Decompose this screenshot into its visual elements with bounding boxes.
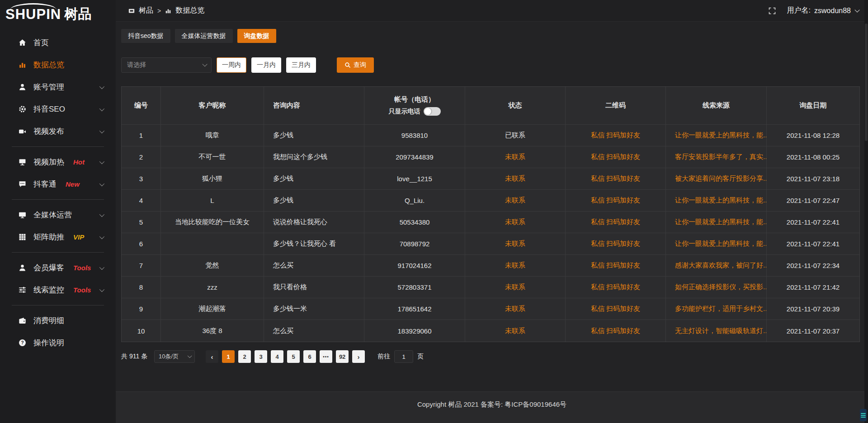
range-three-month-button[interactable]: 三月内 bbox=[286, 57, 316, 73]
chevron-down-icon bbox=[188, 353, 192, 358]
qr-links[interactable]: 私信 扫码加好友 bbox=[566, 168, 666, 190]
sidebar-item-account-manage[interactable]: 账号管理 bbox=[0, 76, 116, 98]
page-button-1[interactable]: 1 bbox=[222, 350, 235, 363]
breadcrumb-current: 数据总览 bbox=[175, 6, 204, 15]
goto-label: 前往 bbox=[377, 352, 390, 361]
phone-only-toggle[interactable] bbox=[424, 107, 441, 116]
source-link[interactable]: 客厅安装投影半年多了，真实... bbox=[666, 146, 767, 168]
page-button-4[interactable]: 4 bbox=[271, 350, 283, 363]
goto-page-input[interactable] bbox=[394, 350, 413, 363]
page-button-5[interactable]: 5 bbox=[287, 350, 300, 363]
table-row: 4 L 多少钱 Q_Liu. 未联系 私信 扫码加好友 让你一眼就爱上的黑科技，… bbox=[122, 190, 859, 212]
page-button-2[interactable]: 2 bbox=[238, 350, 251, 363]
table-row: 9 潮起潮落 多少钱一米 178651642 未联系 私信 扫码加好友 多功能护… bbox=[122, 298, 859, 320]
pagination: 共 911 条 10条/页 ‹ 1 2 3 4 5 6 ••• 92 › 前往 … bbox=[121, 350, 860, 363]
qr-links[interactable]: 私信 扫码加好友 bbox=[566, 212, 666, 233]
source-link[interactable]: 无主灯设计，智能磁吸轨道灯... bbox=[666, 320, 767, 342]
source-link[interactable]: 让你一眼就爱上的黑科技，能... bbox=[666, 190, 767, 212]
page-ellipsis-button[interactable]: ••• bbox=[320, 350, 332, 363]
scrollbar[interactable] bbox=[864, 0, 868, 423]
footer: Copyright 树品 2021 备案号: 粤ICP备09019646号 bbox=[116, 391, 868, 423]
prev-page-button[interactable]: ‹ bbox=[206, 350, 218, 363]
sidebar-item-douketong[interactable]: 抖客通 New bbox=[0, 173, 116, 195]
chevron-down-icon bbox=[99, 264, 104, 269]
status-cell: 未联系 bbox=[465, 277, 566, 298]
sidebar-item-member-burst[interactable]: 会员爆客 Tools bbox=[0, 257, 116, 279]
qr-links[interactable]: 私信 扫码加好友 bbox=[566, 146, 666, 168]
page-size-select[interactable]: 10条/页 bbox=[154, 350, 195, 363]
source-link[interactable]: 让你一眼就爱上的黑科技，能... bbox=[666, 233, 767, 255]
sidebar-item-video-publish[interactable]: 视频发布 bbox=[0, 120, 116, 142]
cell-account: Q_Liu. bbox=[364, 190, 465, 212]
scrollbar-thumb[interactable] bbox=[865, 24, 868, 141]
user-menu[interactable]: 用户名: zswodun88 bbox=[787, 6, 858, 15]
search-button[interactable]: 查询 bbox=[337, 57, 374, 73]
sidebar-item-matrix-boost[interactable]: 矩阵助推 VIP bbox=[0, 226, 116, 248]
tab-omnimedia-data[interactable]: 全媒体运营数据 bbox=[175, 29, 233, 43]
top-header: 树品 > 数据总览 用户名: zswodun88 bbox=[116, 0, 868, 22]
data-tabs: 抖音seo数据 全媒体运营数据 询盘数据 bbox=[121, 29, 860, 43]
cell-content: 多少钱 bbox=[264, 125, 364, 146]
qr-links[interactable]: 私信 扫码加好友 bbox=[566, 255, 666, 277]
fullscreen-icon[interactable] bbox=[768, 7, 776, 15]
cell-content: 多少钱一米 bbox=[264, 298, 364, 320]
grid-icon bbox=[18, 233, 26, 241]
sidebar-item-omnimedia[interactable]: 全媒体运营 bbox=[0, 204, 116, 226]
table-row: 10 36度 8 怎么买 183929060 未联系 私信 扫码加好友 无主灯设… bbox=[122, 320, 859, 342]
chevron-down-icon bbox=[99, 287, 104, 291]
qr-links[interactable]: 私信 扫码加好友 bbox=[566, 320, 666, 342]
sidebar-item-expense-detail[interactable]: 消费明细 bbox=[0, 310, 116, 332]
sidebar-item-lead-monitor[interactable]: 线索监控 Tools bbox=[0, 279, 116, 301]
cell-account: love__1215 bbox=[364, 168, 465, 190]
user-icon bbox=[18, 83, 26, 91]
sidebar-item-data-overview[interactable]: 数据总览 bbox=[0, 54, 116, 76]
cell-nickname: 哦章 bbox=[161, 125, 264, 146]
range-one-week-button[interactable]: 一周内 bbox=[217, 57, 246, 73]
qr-links[interactable]: 私信 扫码加好友 bbox=[566, 190, 666, 212]
qr-links[interactable]: 私信 扫码加好友 bbox=[566, 277, 666, 298]
sidebar-item-label: 首页 bbox=[33, 38, 49, 48]
cell-account: 9583810 bbox=[364, 125, 465, 146]
cell-date: 2021-11-07 22:47 bbox=[767, 190, 859, 212]
cell-content: 怎么买 bbox=[264, 255, 364, 277]
sidebar-item-label: 全媒体运营 bbox=[33, 210, 72, 220]
range-one-month-button[interactable]: 一月内 bbox=[251, 57, 281, 73]
tools-badge: Tools bbox=[73, 286, 91, 294]
sidebar-item-help[interactable]: ? 操作说明 bbox=[0, 332, 116, 354]
source-link[interactable]: 让你一眼就爱上的黑科技，能... bbox=[666, 212, 767, 233]
source-link[interactable]: 被大家追着问的客厅投影分享... bbox=[666, 168, 767, 190]
tab-inquiry-data[interactable]: 询盘数据 bbox=[237, 29, 276, 43]
vip-badge: VIP bbox=[73, 233, 84, 241]
qr-links[interactable]: 私信 扫码加好友 bbox=[566, 298, 666, 320]
source-link[interactable]: 如何正确选择投影仪，买投影... bbox=[666, 277, 767, 298]
source-link[interactable]: 多功能护栏灯，适用于乡村文... bbox=[666, 298, 767, 320]
page-button-92[interactable]: 92 bbox=[336, 350, 349, 363]
page-button-3[interactable]: 3 bbox=[255, 350, 267, 363]
cell-account: 183929060 bbox=[364, 320, 465, 342]
page-size-value: 10条/页 bbox=[159, 352, 179, 361]
logo-text-cn: 树品 bbox=[64, 5, 91, 24]
floating-widget[interactable] bbox=[860, 409, 867, 421]
account-select[interactable]: 请选择 bbox=[121, 57, 212, 73]
breadcrumb: 树品 > 数据总览 bbox=[128, 6, 204, 15]
breadcrumb-root[interactable]: 树品 bbox=[139, 6, 153, 15]
cell-no: 3 bbox=[122, 168, 161, 190]
sidebar-item-video-heat[interactable]: 视频加热 Hot bbox=[0, 151, 116, 173]
sidebar-item-douyin-seo[interactable]: 抖音SEO bbox=[0, 98, 116, 120]
sidebar-item-home[interactable]: 首页 bbox=[0, 32, 116, 54]
cell-nickname: 36度 8 bbox=[161, 320, 264, 342]
tab-douyin-seo-data[interactable]: 抖音seo数据 bbox=[121, 29, 170, 43]
source-link[interactable]: 让你一眼就爱上的黑科技，能... bbox=[666, 125, 767, 146]
next-page-button[interactable]: › bbox=[352, 350, 365, 363]
qr-links[interactable]: 私信 扫码加好友 bbox=[566, 233, 666, 255]
cell-no: 2 bbox=[122, 146, 161, 168]
cell-content: 多少钱？让我死心 看 bbox=[264, 233, 364, 255]
page-button-6[interactable]: 6 bbox=[303, 350, 316, 363]
sidebar-divider bbox=[12, 199, 104, 200]
table-row: 1 哦章 多少钱 9583810 已联系 私信 扫码加好友 让你一眼就爱上的黑科… bbox=[122, 125, 859, 146]
source-link[interactable]: 感谢大家喜欢我家，被问了好... bbox=[666, 255, 767, 277]
inquiry-table: 编号 客户昵称 咨询内容 帐号（电话） 只显示电话 状态 二维码 线索来源 询盘… bbox=[121, 86, 860, 342]
select-placeholder: 请选择 bbox=[127, 61, 146, 69]
qr-links[interactable]: 私信 扫码加好友 bbox=[566, 125, 666, 146]
question-circle-icon: ? bbox=[18, 339, 26, 347]
